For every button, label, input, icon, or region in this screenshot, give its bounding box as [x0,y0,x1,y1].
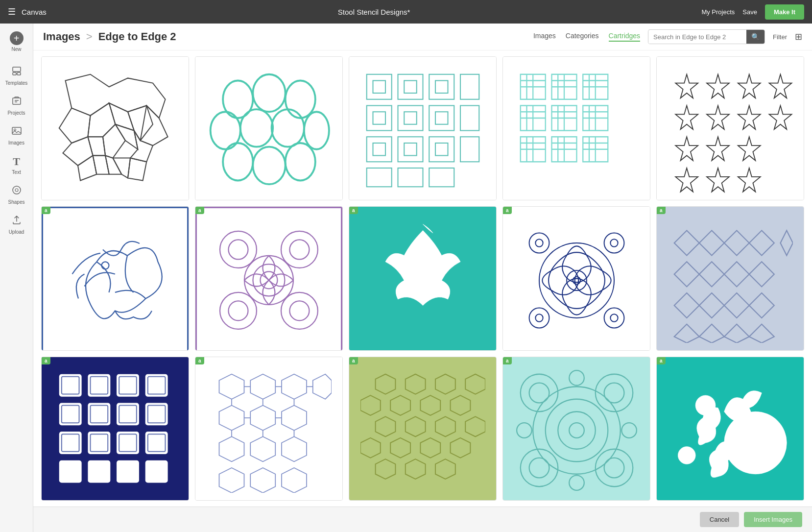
svg-rect-34 [429,168,454,187]
svg-marker-48 [675,105,698,129]
svg-rect-23 [460,74,479,99]
upload-icon [11,215,22,228]
sidebar-item-text[interactable]: T Text [0,151,33,179]
filter-button[interactable]: Filter [773,33,787,41]
svg-marker-54 [738,137,760,160]
svg-marker-96 [699,324,724,343]
sidebar-item-images[interactable]: Images [0,121,33,149]
sidebar-item-templates[interactable]: Templates [0,62,33,90]
svg-point-75 [535,239,543,246]
sidebar-item-upload[interactable]: Upload [0,211,33,239]
image-card[interactable]: a [41,206,189,350]
image-card[interactable]: Subscribed ⓘ [349,56,497,200]
svg-marker-98 [749,324,774,343]
image-card[interactable]: Subscribed ⓘ [41,56,189,200]
hamburger-icon[interactable]: ☰ [8,6,16,17]
svg-point-76 [604,233,624,253]
image-card[interactable]: Subscribed ⓘ [195,56,343,200]
svg-point-19 [285,143,315,181]
my-projects-link[interactable]: My Projects [701,8,735,16]
breadcrumb-parent[interactable]: Images [43,30,80,43]
tab-images[interactable]: Images [533,32,556,42]
sidebar-item-new[interactable]: + New [0,27,33,56]
svg-rect-2 [17,73,21,75]
svg-point-170 [517,423,532,438]
image-card[interactable]: a [502,206,650,350]
svg-rect-24 [366,105,391,130]
sidebar-item-text-label: Text [12,169,21,175]
svg-marker-56 [707,168,729,192]
cancel-button[interactable]: Cancel [700,512,739,527]
svg-marker-154 [375,459,395,479]
svg-marker-143 [390,395,410,415]
sidebar-item-projects[interactable]: Projects [0,92,33,120]
svg-rect-25 [398,105,423,130]
svg-point-67 [229,301,248,321]
svg-point-63 [229,240,248,260]
svg-point-158 [545,399,608,462]
svg-point-164 [604,383,624,403]
image-thumbnail [657,207,804,350]
tab-cartridges[interactable]: Cartridges [609,32,641,42]
image-card[interactable]: a [41,357,189,501]
search-button[interactable]: 🔍 [746,30,764,44]
svg-marker-52 [675,137,698,160]
image-card[interactable]: a [349,357,497,501]
nav-left: ☰ Canvas [8,6,47,17]
bottom-bar: Cancel Insert Images [33,507,812,532]
search-input[interactable] [648,30,746,44]
svg-point-162 [529,383,549,403]
svg-rect-6 [12,127,21,134]
save-button[interactable]: Save [742,8,757,16]
svg-point-58 [102,262,109,269]
svg-marker-149 [465,417,485,437]
image-card[interactable]: a [195,206,343,350]
image-thumbnail [42,357,189,501]
svg-rect-39 [404,112,417,124]
svg-point-15 [271,109,304,147]
image-card[interactable]: Subscribed ⓘ [502,56,650,200]
image-card[interactable]: a [502,357,650,501]
svg-point-168 [604,458,624,478]
svg-rect-114 [145,460,167,483]
svg-marker-46 [738,74,760,97]
svg-point-176 [750,438,760,448]
svg-marker-142 [360,395,381,415]
svg-marker-146 [375,417,395,437]
svg-marker-44 [675,74,698,97]
subscription-badge: a [503,207,512,214]
subscription-badge: a [195,357,204,364]
sidebar-item-shapes[interactable]: Shapes [0,181,33,209]
image-card[interactable]: a [349,206,497,350]
subscription-badge: a [657,207,666,214]
image-card[interactable]: Subscribed ⓘ [656,56,804,200]
image-thumbnail [42,207,189,350]
svg-rect-109 [117,432,139,454]
image-thumbnail [503,357,650,501]
image-card[interactable]: a [656,206,804,350]
projects-icon [11,96,22,109]
tab-categories[interactable]: Categories [566,32,599,42]
svg-point-74 [529,233,549,253]
image-thumbnail [349,57,496,200]
svg-point-79 [535,314,543,321]
svg-marker-91 [674,293,699,318]
svg-marker-145 [450,395,470,415]
svg-marker-88 [699,262,724,287]
svg-rect-106 [145,403,167,426]
svg-point-163 [595,374,633,412]
svg-rect-28 [366,137,391,162]
svg-marker-95 [674,324,699,343]
subscription-badge: a [503,357,512,364]
image-thumbnail [503,57,650,200]
insert-images-button[interactable]: Insert Images [744,512,802,527]
subscription-badge: a [349,357,358,364]
image-card[interactable]: a [656,357,804,501]
make-it-button[interactable]: Make It [765,4,804,20]
svg-marker-148 [435,417,455,437]
svg-marker-138 [375,374,395,394]
image-card[interactable]: a [195,357,343,501]
image-thumbnail [195,357,342,501]
svg-rect-37 [435,80,448,93]
grid-toggle-button[interactable]: ⊞ [795,31,802,42]
